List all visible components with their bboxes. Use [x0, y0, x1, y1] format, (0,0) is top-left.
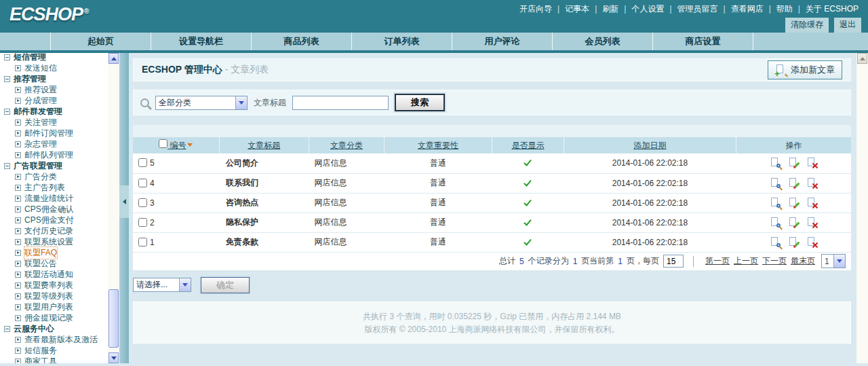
view-article-icon[interactable] — [770, 198, 781, 208]
page-link-3[interactable]: 下一页 — [762, 256, 787, 266]
collapse-minus-icon[interactable] — [4, 163, 10, 169]
column-header[interactable]: 是否显示 — [492, 137, 564, 153]
column-header-label[interactable]: 文章分类 — [330, 141, 363, 150]
column-header[interactable]: 文章标题 — [219, 137, 309, 153]
page-select[interactable]: 1 — [821, 254, 846, 268]
sidebar-item[interactable]: 佣金提现记录 — [4, 312, 108, 323]
sidebar-item[interactable]: 关注管理 — [4, 117, 108, 128]
sidebar-item[interactable]: 流量业绩统计 — [4, 193, 108, 204]
tab-5[interactable]: 用户评论 — [452, 33, 553, 50]
sidebar-item[interactable]: 联盟FAQ — [4, 247, 108, 258]
sidebar-item[interactable]: 发送短信 — [4, 62, 108, 73]
sidebar-item[interactable]: 邮件队列管理 — [4, 149, 108, 160]
collapse-sidebar-icon[interactable] — [119, 185, 129, 218]
check-icon[interactable] — [524, 158, 532, 166]
column-header[interactable]: 编号 — [133, 137, 219, 153]
sidebar-item[interactable]: 联盟公告 — [4, 258, 108, 269]
view-article-icon[interactable] — [770, 178, 781, 189]
sidebar-item[interactable]: 联盟等级列表 — [4, 291, 108, 301]
tab-2[interactable]: 设置导航栏 — [151, 33, 252, 50]
delete-article-icon[interactable] — [806, 217, 818, 228]
edit-article-icon[interactable] — [788, 158, 800, 168]
sidebar-item[interactable]: 推荐设置 — [4, 84, 108, 95]
sidebar-item[interactable]: 联盟活动通知 — [4, 269, 108, 280]
delete-article-icon[interactable] — [806, 198, 818, 208]
sidebar-item[interactable]: 广告分类 — [4, 171, 108, 182]
search-button[interactable]: 搜索 — [395, 94, 445, 111]
edit-article-icon[interactable] — [788, 237, 800, 248]
sidebar-item[interactable]: 联盟费率列表 — [4, 280, 108, 291]
column-header-label[interactable]: 添加日期 — [633, 141, 666, 150]
tab-4[interactable]: 订单列表 — [352, 33, 452, 50]
column-header[interactable]: 文章分类 — [309, 137, 384, 153]
check-icon[interactable] — [524, 178, 532, 186]
page-link-4[interactable]: 最末页 — [791, 256, 815, 266]
tab-3[interactable]: 商品列表 — [252, 33, 352, 50]
sidebar-item[interactable]: 杂志管理 — [4, 139, 108, 149]
sidebar-group[interactable]: 短信管理 — [4, 53, 108, 62]
sidebar-item[interactable]: 短信服务 — [4, 345, 108, 356]
sidebar-item[interactable]: 联盟系统设置 — [4, 236, 108, 247]
sidebar-splitter[interactable] — [119, 53, 129, 363]
top-link-5[interactable]: 管理员留言 — [677, 4, 718, 14]
top-link-1[interactable]: 开店向导 — [519, 4, 552, 14]
sidebar-group[interactable]: 邮件群发管理 — [4, 106, 108, 117]
delete-article-icon[interactable] — [806, 237, 818, 248]
sidebar-group[interactable]: 推荐管理 — [4, 73, 108, 84]
check-icon[interactable] — [524, 217, 532, 225]
view-article-icon[interactable] — [770, 237, 781, 248]
sidebar-item[interactable]: 查看最新版本及激活 — [4, 334, 108, 345]
top-link-7[interactable]: 帮助 — [776, 4, 793, 14]
sidebar-item[interactable]: 支付历史记录 — [4, 225, 108, 236]
sidebar-item[interactable]: CPS佣金支付 — [4, 215, 108, 225]
column-header-label[interactable]: 文章重要性 — [418, 141, 458, 150]
sidebar-item[interactable]: 主广告列表 — [4, 182, 108, 193]
row-checkbox[interactable] — [138, 198, 147, 207]
collapse-minus-icon[interactable] — [4, 109, 10, 115]
top-link-8[interactable]: 关于 ECSHOP — [806, 4, 859, 14]
scroll-up-icon[interactable] — [857, 53, 867, 64]
edit-article-icon[interactable] — [788, 198, 800, 208]
logout-button[interactable]: 退出 — [834, 18, 861, 33]
article-title-input[interactable] — [292, 96, 389, 110]
page-link-1[interactable]: 第一页 — [705, 256, 730, 266]
top-link-2[interactable]: 记事本 — [565, 4, 589, 14]
add-article-button[interactable]: + 添加新文章 — [768, 60, 842, 79]
column-header-label[interactable]: 是否显示 — [511, 141, 544, 150]
sidebar-item[interactable]: 分成管理 — [4, 95, 108, 106]
collapse-minus-icon[interactable] — [4, 54, 10, 60]
delete-article-icon[interactable] — [806, 158, 818, 168]
scroll-down-icon[interactable] — [108, 352, 119, 363]
view-article-icon[interactable] — [770, 158, 781, 168]
scroll-up-icon[interactable] — [108, 53, 119, 64]
sidebar-item[interactable]: CPS佣金确认 — [4, 204, 108, 215]
sidebar-group[interactable]: 云服务中心 — [4, 323, 108, 334]
tab-6[interactable]: 会员列表 — [553, 33, 653, 50]
collapse-minus-icon[interactable] — [4, 76, 10, 82]
top-link-4[interactable]: 个人设置 — [631, 4, 664, 14]
column-header[interactable]: 添加日期 — [564, 137, 736, 153]
per-page-input[interactable] — [663, 255, 684, 268]
view-article-icon[interactable] — [770, 217, 781, 228]
tab-1[interactable]: 起始页 — [51, 33, 151, 50]
clear-cache-button[interactable]: 清除缓存 — [785, 18, 829, 33]
tab-7[interactable]: 商店设置 — [653, 33, 753, 50]
select-all-checkbox[interactable] — [159, 139, 167, 148]
sidebar-item[interactable]: 联盟用户列表 — [4, 301, 108, 312]
main-scrollbar[interactable] — [856, 53, 868, 363]
sidebar-scrollbar[interactable] — [108, 53, 119, 363]
sidebar-item[interactable]: 商家工具 — [4, 356, 108, 363]
row-checkbox[interactable] — [138, 218, 147, 227]
collapse-minus-icon[interactable] — [4, 326, 10, 332]
page-link-2[interactable]: 上一页 — [734, 256, 758, 266]
edit-article-icon[interactable] — [788, 217, 800, 228]
delete-article-icon[interactable] — [806, 178, 818, 189]
row-checkbox[interactable] — [138, 238, 147, 246]
column-header[interactable]: 操作 — [736, 137, 851, 153]
check-icon[interactable] — [524, 237, 532, 245]
top-link-3[interactable]: 刷新 — [602, 4, 618, 14]
column-header-label[interactable]: 文章标题 — [248, 141, 280, 150]
sidebar-group[interactable]: 广告联盟管理 — [4, 160, 108, 171]
sidebar-scrollbar-thumb[interactable] — [108, 289, 119, 348]
top-link-6[interactable]: 查看网店 — [731, 4, 764, 14]
